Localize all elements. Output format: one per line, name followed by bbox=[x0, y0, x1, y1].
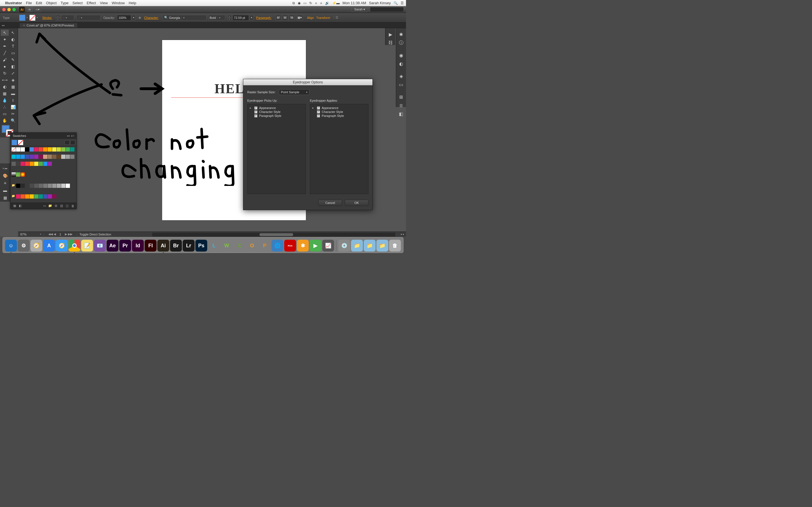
panel-menu-icon[interactable]: ▸≡ bbox=[71, 134, 74, 137]
artboard-prev[interactable]: ◀◀ ◀ bbox=[48, 232, 56, 236]
rectangle-tool[interactable]: ▭ bbox=[9, 50, 17, 56]
info-icon[interactable]: ⓘ bbox=[397, 39, 405, 47]
dock-premiere[interactable]: Pr bbox=[119, 240, 131, 251]
cancel-button[interactable]: Cancel bbox=[318, 200, 342, 206]
spotlight-icon[interactable]: 🔍 bbox=[394, 1, 398, 5]
swatch-lib-button[interactable]: ▦ bbox=[12, 204, 17, 208]
paragraph-link[interactable]: Paragraph: bbox=[256, 16, 271, 19]
active-stroke-swatch[interactable] bbox=[18, 140, 23, 145]
shape-builder-tool[interactable]: ◐ bbox=[1, 83, 9, 90]
swatch-item[interactable] bbox=[34, 147, 38, 152]
swatch-item[interactable] bbox=[20, 155, 25, 159]
dock-folder2[interactable]: 📁 bbox=[364, 240, 375, 251]
colorguide-icon[interactable]: ✱ bbox=[397, 31, 405, 38]
close-tab-icon[interactable]: × bbox=[23, 24, 25, 27]
swatches-panel-icon[interactable]: ▦ bbox=[1, 194, 9, 201]
ok-button[interactable]: OK bbox=[345, 200, 368, 206]
menu-edit[interactable]: Edit bbox=[36, 1, 42, 5]
dock-chrome[interactable] bbox=[68, 240, 80, 251]
close-window[interactable] bbox=[2, 8, 6, 11]
swatch-item[interactable] bbox=[43, 194, 47, 199]
dock-globe[interactable]: 🌐 bbox=[271, 240, 283, 251]
tab-collapse[interactable]: ◂◂ bbox=[2, 24, 4, 27]
battery-icon[interactable]: ⚡▬ bbox=[332, 1, 340, 5]
swatch-item[interactable] bbox=[43, 155, 47, 159]
align-center-button[interactable] bbox=[282, 15, 288, 20]
display-icon[interactable]: ⟡ bbox=[315, 1, 317, 5]
swatch-item[interactable] bbox=[16, 162, 20, 166]
swatch-item[interactable] bbox=[11, 162, 16, 166]
menu-type[interactable]: Type bbox=[61, 1, 68, 5]
swatch-item[interactable] bbox=[30, 194, 34, 199]
swatch-item[interactable] bbox=[66, 147, 70, 152]
pathfinder-icon[interactable]: ◧ bbox=[397, 110, 405, 118]
sync-icon[interactable]: ↻ bbox=[309, 1, 312, 5]
brush-dropdown[interactable]: ▾ bbox=[77, 15, 101, 20]
dock-p-app[interactable]: P bbox=[259, 240, 271, 251]
swatch-item[interactable] bbox=[43, 184, 47, 188]
swatch-item[interactable] bbox=[25, 184, 29, 188]
swatch-item[interactable] bbox=[30, 162, 34, 166]
minimize-window[interactable] bbox=[7, 8, 11, 11]
picks-appearance[interactable]: ▸Appearance bbox=[250, 106, 303, 110]
swatch-item[interactable] bbox=[34, 194, 38, 199]
play-icon[interactable]: ▶ bbox=[387, 31, 395, 38]
dock-stickies[interactable]: 📝 bbox=[81, 240, 93, 251]
applies-appearance[interactable]: ▸Appearance bbox=[312, 106, 366, 110]
fontsize-input[interactable] bbox=[233, 15, 249, 20]
dock-play[interactable]: ▶ bbox=[310, 240, 321, 251]
fontsize-dropdown[interactable]: ▾ bbox=[250, 15, 253, 20]
swatch-item[interactable] bbox=[25, 194, 29, 199]
swatch-item[interactable] bbox=[66, 184, 70, 188]
swatch-item[interactable] bbox=[57, 147, 61, 152]
swatch-item[interactable] bbox=[25, 155, 29, 159]
transform-link[interactable]: Transform bbox=[316, 16, 330, 19]
menu-effect[interactable]: Effect bbox=[87, 1, 96, 5]
eyedropper-tool[interactable]: 💧 bbox=[1, 97, 9, 103]
new-group-button[interactable]: 📁 bbox=[48, 204, 53, 208]
swatch-item[interactable] bbox=[34, 184, 38, 188]
gradient-panel-icon[interactable]: ▬ bbox=[1, 187, 9, 194]
swatch-item[interactable] bbox=[34, 162, 38, 166]
dock-securid[interactable]: RSA bbox=[284, 240, 296, 251]
align-left-button[interactable] bbox=[275, 15, 282, 20]
character-link[interactable]: Character: bbox=[144, 16, 158, 19]
swatch-item[interactable] bbox=[20, 147, 25, 152]
swatch-item[interactable] bbox=[52, 194, 56, 199]
selection-tool[interactable]: ↖ bbox=[1, 30, 9, 36]
swatch-item[interactable] bbox=[66, 155, 70, 159]
swatch-folder[interactable]: 📁 bbox=[11, 184, 16, 188]
horizontal-scrollbar[interactable] bbox=[152, 233, 395, 237]
dock-flash[interactable]: Fl bbox=[145, 240, 156, 251]
swatch-item[interactable] bbox=[30, 184, 34, 188]
swatch-view-list[interactable] bbox=[64, 140, 70, 145]
swatch-item[interactable] bbox=[61, 147, 65, 152]
swatch-item[interactable] bbox=[70, 155, 74, 159]
zoom-tool[interactable]: 🔍 bbox=[9, 117, 17, 124]
swatch-item[interactable] bbox=[61, 155, 65, 159]
swatch-item[interactable] bbox=[16, 172, 20, 177]
dock-w-app[interactable]: W bbox=[221, 240, 233, 251]
grid-options-button[interactable]: ▦▾ bbox=[297, 15, 303, 20]
swatch-item[interactable] bbox=[61, 184, 65, 188]
dock-illustrator[interactable]: Ai bbox=[157, 240, 169, 251]
dock-lightroom[interactable]: Lr bbox=[183, 240, 195, 251]
dock-x-app[interactable]: X bbox=[234, 240, 245, 251]
menu-file[interactable]: File bbox=[26, 1, 32, 5]
hand-tool[interactable]: ✋ bbox=[1, 117, 9, 124]
dock-trash[interactable]: 🗑 bbox=[389, 240, 401, 251]
swatch-kind-button[interactable]: ◧ bbox=[18, 204, 23, 208]
fill-swatch[interactable] bbox=[19, 15, 26, 21]
cc-icon[interactable]: ◉ bbox=[298, 1, 301, 5]
dock-mail[interactable]: 📧 bbox=[94, 240, 106, 251]
magic-wand-tool[interactable]: ✦ bbox=[1, 36, 9, 43]
dock-star-app[interactable]: ✱ bbox=[297, 240, 309, 251]
font-family-dropdown[interactable]: 🔍 Georgia▾ bbox=[163, 15, 207, 20]
scale-tool[interactable]: ⤢ bbox=[9, 70, 17, 76]
swatch-item[interactable] bbox=[39, 147, 43, 152]
stroke-link[interactable]: Stroke: bbox=[42, 16, 52, 19]
dock-bridge[interactable]: Br bbox=[170, 240, 182, 251]
fontsize-stepper[interactable]: ▴▾ bbox=[227, 15, 232, 20]
swatch-item[interactable] bbox=[70, 147, 74, 152]
status-icon[interactable]: ▭ bbox=[303, 1, 306, 5]
